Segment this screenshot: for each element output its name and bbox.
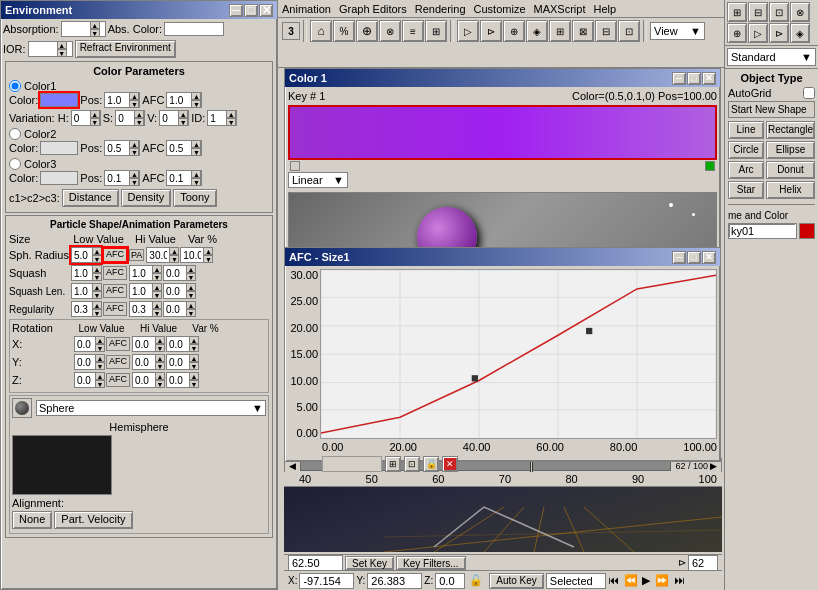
rot-y-var-down[interactable]: ▼ — [189, 362, 199, 370]
regularity-var-down[interactable]: ▼ — [186, 309, 196, 317]
sph-radius-hi-value[interactable] — [147, 248, 169, 262]
color1-radio[interactable] — [9, 80, 21, 92]
toolbar-icon4[interactable]: ⊗ — [379, 20, 401, 42]
type-dropdown[interactable]: Sphere ▼ — [36, 400, 266, 416]
pos1-down[interactable]: ▼ — [129, 100, 139, 108]
name-color-swatch[interactable] — [799, 223, 815, 239]
rot-z-hi-up[interactable]: ▲ — [155, 372, 165, 380]
regularity-hi-down[interactable]: ▼ — [152, 309, 162, 317]
var1-s-down[interactable]: ▼ — [134, 118, 144, 126]
color2-radio[interactable] — [9, 128, 21, 140]
rot-x-hi-down[interactable]: ▼ — [155, 344, 165, 352]
rot-z-low-up[interactable]: ▲ — [95, 372, 105, 380]
squash-hi-down[interactable]: ▼ — [152, 273, 162, 281]
squash-len-low-input[interactable]: ▲ ▼ — [71, 283, 101, 299]
afc-icon1[interactable]: ⊞ — [385, 456, 401, 472]
pos1-value[interactable] — [105, 93, 129, 107]
var1-v-down[interactable]: ▼ — [178, 118, 188, 126]
rot-x-var-input[interactable]: ▲ ▼ — [166, 336, 198, 352]
menu-customize[interactable]: Customize — [474, 3, 526, 15]
afc2-up[interactable]: ▲ — [191, 140, 201, 148]
rp-icon3[interactable]: ⊡ — [769, 2, 789, 22]
star-btn[interactable]: Star — [728, 181, 764, 199]
rot-y-low-down[interactable]: ▼ — [95, 362, 105, 370]
prev-key-btn[interactable]: ⏮ — [608, 574, 619, 586]
rot-z-var-down[interactable]: ▼ — [189, 380, 199, 388]
rot-z-var-up[interactable]: ▲ — [189, 372, 199, 380]
toolbar-icon13[interactable]: ⊟ — [595, 20, 617, 42]
rot-y-var-input[interactable]: ▲ ▼ — [166, 354, 198, 370]
absorption-up[interactable]: ▲ — [90, 21, 100, 29]
color1-close-btn[interactable]: ✕ — [702, 72, 716, 85]
afc1-value[interactable] — [167, 93, 191, 107]
rot-z-hi-input[interactable]: ▲ ▼ — [132, 372, 164, 388]
squash-low-down[interactable]: ▼ — [92, 273, 102, 281]
rot-z-afc-btn[interactable]: AFC — [106, 373, 130, 387]
ior-up[interactable]: ▲ — [57, 41, 67, 49]
sph-radius-low-down[interactable]: ▼ — [92, 255, 102, 263]
rot-x-var-up[interactable]: ▲ — [189, 336, 199, 344]
pos3-input[interactable]: ▲ ▼ — [104, 170, 140, 186]
rot-y-var-up[interactable]: ▲ — [189, 354, 199, 362]
color1-maximize-btn[interactable]: □ — [687, 72, 701, 85]
sph-radius-var-up[interactable]: ▲ — [203, 247, 213, 255]
afc3-down[interactable]: ▼ — [191, 178, 201, 186]
afc2-value[interactable] — [167, 141, 191, 155]
sph-radius-hi-up[interactable]: ▲ — [169, 247, 179, 255]
var1-h-up[interactable]: ▲ — [90, 110, 100, 118]
squash-hi-value[interactable] — [130, 266, 152, 280]
sph-radius-var-value[interactable] — [181, 248, 203, 262]
toony-btn[interactable]: Toony — [173, 189, 216, 207]
rot-x-hi-value[interactable] — [133, 337, 155, 351]
rot-z-low-value[interactable] — [75, 373, 95, 387]
pos3-up[interactable]: ▲ — [129, 170, 139, 178]
regularity-hi-up[interactable]: ▲ — [152, 301, 162, 309]
auto-key-btn[interactable]: Auto Key — [489, 573, 544, 589]
var1-id-value[interactable] — [208, 111, 226, 125]
toolbar-icon14[interactable]: ⊡ — [618, 20, 640, 42]
x-coord-field[interactable]: -97.154 — [299, 573, 354, 589]
toolbar-icon5[interactable]: ≡ — [402, 20, 424, 42]
regularity-low-down[interactable]: ▼ — [92, 309, 102, 317]
pos2-input[interactable]: ▲ ▼ — [104, 140, 140, 156]
afc1-up[interactable]: ▲ — [191, 92, 201, 100]
rot-y-low-value[interactable] — [75, 355, 95, 369]
afc-icon3[interactable]: 🔒 — [423, 456, 439, 472]
align-part-vel-btn[interactable]: Part. Velocity — [54, 511, 132, 529]
squash-afc-btn[interactable]: AFC — [103, 266, 127, 280]
rp-mode-dropdown[interactable]: Standard ▼ — [727, 48, 816, 66]
line-btn[interactable]: Line — [728, 121, 764, 139]
var1-h-input[interactable]: ▲ ▼ — [71, 110, 101, 126]
donut-btn[interactable]: Donut — [766, 161, 815, 179]
rp-icon2[interactable]: ⊟ — [748, 2, 768, 22]
rot-z-hi-down[interactable]: ▼ — [155, 380, 165, 388]
set-key-btn[interactable]: Set Key — [345, 556, 394, 570]
afc3-value[interactable] — [167, 171, 191, 185]
rot-z-var-value[interactable] — [167, 373, 189, 387]
y-coord-field[interactable]: 26.383 — [367, 573, 422, 589]
afc-minimize-btn[interactable]: ─ — [672, 251, 686, 264]
squash-len-hi-value[interactable] — [130, 284, 152, 298]
regularity-low-input[interactable]: ▲ ▼ — [71, 301, 101, 317]
regularity-var-value[interactable] — [164, 302, 186, 316]
key-filters-btn[interactable]: Key Filters... — [396, 556, 466, 570]
toolbar-icon6[interactable]: ⊞ — [425, 20, 447, 42]
sph-radius-hi-down[interactable]: ▼ — [169, 255, 179, 263]
start-new-shape-btn[interactable]: Start New Shape — [728, 101, 815, 118]
var1-h-down[interactable]: ▼ — [90, 118, 100, 126]
circle-btn[interactable]: Circle — [728, 141, 764, 159]
pos2-down[interactable]: ▼ — [129, 148, 139, 156]
arc-btn[interactable]: Arc — [728, 161, 764, 179]
ior-down[interactable]: ▼ — [57, 49, 67, 57]
rot-x-afc-btn[interactable]: AFC — [106, 337, 130, 351]
sph-radius-checkbox[interactable]: PA — [129, 249, 144, 261]
rot-x-var-value[interactable] — [167, 337, 189, 351]
regularity-var-up[interactable]: ▲ — [186, 301, 196, 309]
squash-var-value[interactable] — [164, 266, 186, 280]
regularity-low-value[interactable] — [72, 302, 92, 316]
squash-len-low-value[interactable] — [72, 284, 92, 298]
squash-low-input[interactable]: ▲ ▼ — [71, 265, 101, 281]
afc-svg-chart[interactable] — [320, 269, 717, 439]
color3-swatch[interactable] — [40, 171, 78, 185]
ellipse-btn[interactable]: Ellipse — [766, 141, 815, 159]
